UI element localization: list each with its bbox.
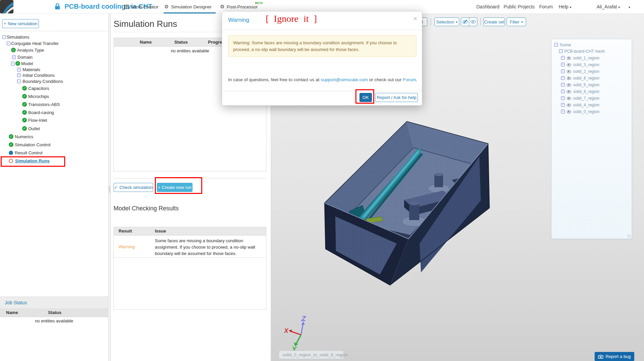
- expand-icon[interactable]: +: [561, 103, 565, 107]
- nav-forum[interactable]: Forum: [539, 4, 553, 9]
- eye-icon[interactable]: [567, 57, 571, 60]
- axis-x-label: X: [284, 327, 289, 334]
- region-label: solid_2_region: [573, 69, 599, 74]
- collapse-icon[interactable]: −: [17, 80, 21, 83]
- eye-icon[interactable]: [567, 77, 571, 80]
- mesh-3d-object[interactable]: [303, 111, 504, 299]
- expand-icon[interactable]: +: [561, 96, 565, 100]
- splitter-grip-icon: [109, 187, 110, 193]
- sidebar-item-transistors-abs[interactable]: ✓ Transistors-ABS: [0, 101, 108, 108]
- sidebar-item-flow-inlet[interactable]: ✓ Flow-Inlet: [0, 117, 108, 124]
- selection-dropdown[interactable]: Selection ▾: [434, 17, 459, 26]
- tree-label: Model: [21, 61, 33, 66]
- expand-icon[interactable]: +: [561, 69, 565, 73]
- ok-button[interactable]: OK: [359, 93, 372, 102]
- scene-item-root[interactable]: − Scene: [552, 42, 632, 48]
- new-simulation-button[interactable]: + New simulation: [2, 19, 39, 28]
- panel-splitter[interactable]: [108, 14, 111, 361]
- eye-icon[interactable]: [567, 70, 571, 73]
- expand-icon[interactable]: +: [17, 73, 21, 77]
- sidebar-item-result-control[interactable]: Result Control: [0, 150, 108, 156]
- report-ask-help-button[interactable]: Report / Ask for help: [375, 93, 418, 102]
- panel-title: Simulation Runs: [114, 19, 177, 29]
- eye-icon[interactable]: [567, 97, 571, 100]
- nav-help-menu[interactable]: Help ▾: [559, 4, 571, 9]
- collapse-icon[interactable]: −: [559, 49, 563, 53]
- column-header-status: Status: [174, 40, 188, 45]
- scene-item-region[interactable]: + solid_4_region: [552, 102, 632, 108]
- tree-label: Capacitors: [28, 86, 49, 91]
- create-set-button[interactable]: Create set: [483, 17, 505, 26]
- forum-link[interactable]: Forum: [403, 77, 416, 82]
- nav-dashboard[interactable]: Dashboard: [476, 4, 500, 9]
- expand-icon[interactable]: +: [17, 68, 21, 71]
- support-email-link[interactable]: support@simscale.com: [320, 77, 368, 82]
- sidebar-item-initial-conditions[interactable]: + Initial Conditions: [0, 72, 108, 79]
- sidebar-item-model[interactable]: − ✓ Model: [0, 60, 108, 67]
- hide-selection-button[interactable]: [461, 17, 469, 26]
- scene-item-region[interactable]: + solid_2_region: [552, 68, 632, 75]
- report-bug-label: Report a bug: [605, 354, 631, 359]
- sidebar-item-domain[interactable]: + Domain: [0, 54, 108, 61]
- nav-public-projects[interactable]: Public Projects: [504, 4, 535, 9]
- eye-icon[interactable]: [567, 84, 571, 87]
- report-bug-button[interactable]: Report a bug: [595, 352, 634, 361]
- collapse-icon[interactable]: −: [11, 62, 15, 65]
- scene-item-region[interactable]: + solid_7_region: [552, 95, 632, 102]
- result-warning-label: Warning: [119, 244, 135, 249]
- region-label: solid_4_region: [573, 103, 599, 107]
- sidebar-item-analysis-type[interactable]: ✓ Analysis Type: [0, 47, 108, 54]
- tree-label: Simulation Runs: [15, 158, 50, 163]
- eye-icon[interactable]: [567, 90, 571, 93]
- region-label: solid_8_region: [573, 89, 599, 94]
- axis-z-label: Z: [301, 314, 306, 323]
- nav-user-menu[interactable]: Ali_Arafat ▾: [597, 4, 620, 9]
- scene-item-region[interactable]: + solid_5_region: [552, 82, 632, 88]
- simscale-logo[interactable]: [0, 0, 13, 13]
- check-simulation-button[interactable]: ✓ Check simulation: [114, 183, 153, 192]
- eye-icon[interactable]: [567, 63, 571, 66]
- caret-down-icon: ▾: [521, 20, 523, 24]
- expand-icon[interactable]: +: [561, 76, 565, 80]
- check-icon: ✓: [22, 110, 27, 115]
- expand-icon[interactable]: +: [12, 55, 16, 59]
- sidebar-item-capacitors[interactable]: ✓ Capacitors: [0, 85, 108, 92]
- scene-label: PCB-board-CHT mesh: [564, 49, 605, 54]
- sidebar-item-boundary-conditions[interactable]: − Boundary Conditions: [0, 78, 108, 85]
- sidebar-item-board-casing[interactable]: ✓ Board-casing: [0, 109, 108, 116]
- region-tooltip: solid_0_region_to_solid_8_region: [279, 351, 344, 359]
- collapse-icon[interactable]: −: [7, 42, 10, 45]
- expand-icon[interactable]: +: [561, 56, 565, 60]
- selection-label: Selection: [436, 19, 454, 24]
- sidebar-item-simulations[interactable]: − Simulations: [0, 34, 108, 41]
- filter-dropdown[interactable]: Filter ▾: [507, 17, 526, 26]
- eye-icon[interactable]: [567, 110, 571, 113]
- collapse-icon[interactable]: −: [2, 35, 6, 39]
- scene-item-region[interactable]: + solid_6_region: [552, 75, 632, 82]
- expand-icon[interactable]: +: [561, 90, 565, 93]
- scene-item-mesh[interactable]: − PCB-board-CHT mesh: [552, 48, 632, 55]
- job-status-title: Job Status: [5, 300, 27, 305]
- check-icon: ✓: [22, 102, 27, 107]
- close-icon[interactable]: ×: [413, 15, 417, 22]
- sidebar-item-outlet[interactable]: ✓ Outlet: [0, 125, 108, 132]
- nav-extra-menu[interactable]: ▾: [629, 4, 630, 9]
- sidebar-item-simulation-runs[interactable]: Simulation Runs: [0, 158, 108, 164]
- expand-icon[interactable]: +: [561, 110, 565, 113]
- scene-item-region[interactable]: + solid_3_region: [552, 61, 632, 68]
- expand-icon[interactable]: +: [561, 63, 565, 66]
- resize-handle-icon[interactable]: [628, 235, 631, 238]
- expand-icon[interactable]: +: [561, 83, 565, 87]
- sidebar-item-microchips[interactable]: ✓ Microchips: [0, 93, 108, 100]
- sidebar-item-numerics[interactable]: ✓ Numerics: [0, 134, 108, 140]
- tree-label: Materials: [23, 67, 40, 72]
- create-new-run-button[interactable]: + Create new run: [157, 183, 192, 192]
- scene-item-region[interactable]: + solid_0_region: [552, 108, 632, 115]
- scene-item-region[interactable]: + solid_1_region: [552, 55, 632, 61]
- sidebar-item-conjugate-heat-transfer[interactable]: − Conjugate Heat Transfer: [0, 40, 108, 47]
- scene-item-region[interactable]: + solid_8_region: [552, 88, 632, 95]
- collapse-icon[interactable]: −: [554, 43, 558, 47]
- eye-icon[interactable]: [567, 104, 571, 107]
- show-selection-button[interactable]: [469, 17, 477, 26]
- sidebar-item-simulation-control[interactable]: ✓ Simulation Control: [0, 142, 108, 148]
